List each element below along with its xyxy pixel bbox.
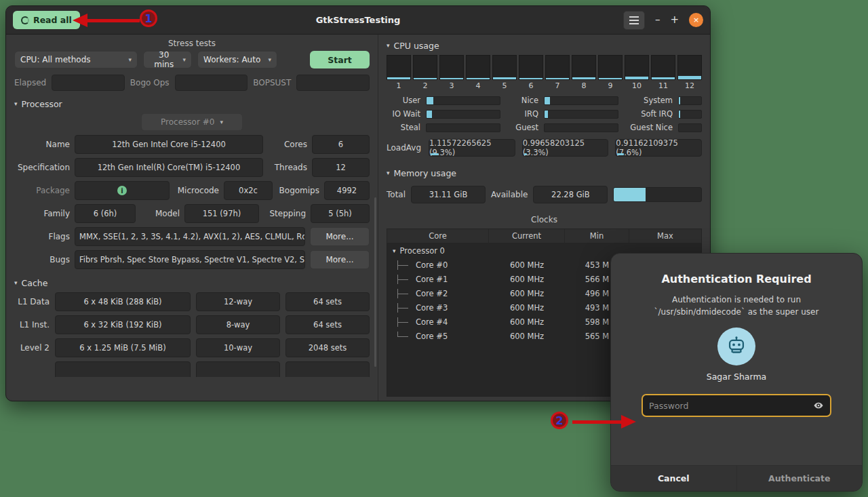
annotation-arrowhead-2 xyxy=(621,415,636,429)
bogomips-value: 4992 xyxy=(324,181,370,200)
left-panel: Stress tests CPU: All methods ▾ 30 mins … xyxy=(6,35,378,401)
maximize-button[interactable]: + xyxy=(670,15,679,25)
memory-usage-bar xyxy=(613,187,702,202)
cache-sets-value: 64 sets xyxy=(285,292,370,311)
memory-total-label: Total xyxy=(387,190,406,199)
cancel-button[interactable]: Cancel xyxy=(611,466,737,491)
clocks-col-min[interactable]: Min xyxy=(565,229,629,243)
cpu-core-number: 3 xyxy=(439,81,464,90)
cpu-core-number: 2 xyxy=(413,81,437,90)
microcode-value: 0x2c xyxy=(224,181,273,200)
core-name: Core #2 xyxy=(387,289,489,298)
cpu-core-number: 5 xyxy=(492,81,517,90)
window-controls: – + × xyxy=(623,11,703,30)
window-content: Stress tests CPU: All methods ▾ 30 mins … xyxy=(6,35,710,401)
cache-sets-value: 2048 sets xyxy=(285,338,370,357)
name-label: Name xyxy=(14,140,70,149)
processor-row-package: Package i Microcode 0x2c Bogomips 4992 xyxy=(14,181,370,200)
cache-ways-value: 12-way xyxy=(196,292,280,311)
core-name: Core #1 xyxy=(387,275,489,284)
processor-selector[interactable]: Processor #0 ▾ xyxy=(141,113,243,131)
clocks-col-max[interactable]: Max xyxy=(629,229,701,243)
cpu-core-meter: 6 xyxy=(519,55,543,90)
cache-sets-value xyxy=(285,361,370,377)
flags-more-button[interactable]: More... xyxy=(310,227,370,246)
processor-selector-value: Processor #0 xyxy=(161,117,214,127)
loadavg-15min-value: 0.91162109375 (7.6%) xyxy=(616,138,701,157)
clocks-col-core[interactable]: Core xyxy=(387,229,489,243)
loadavg-row: LoadAvg 1.11572265625 (9.3%) 0.996582031… xyxy=(387,139,702,157)
stat-bar xyxy=(426,96,500,105)
cache-expander[interactable]: ▾ Cache xyxy=(14,277,370,288)
cache-ways-value: 10-way xyxy=(196,338,280,357)
stat-bar xyxy=(678,110,702,119)
bugs-more-button[interactable]: More... xyxy=(310,250,370,269)
cpu-core-number: 10 xyxy=(625,81,649,90)
microcode-label: Microcode xyxy=(174,186,219,195)
stat-bar xyxy=(426,123,500,132)
stress-method-dropdown[interactable]: CPU: All methods ▾ xyxy=(14,51,138,68)
password-input[interactable] xyxy=(649,401,813,411)
authenticate-button[interactable]: Authenticate xyxy=(737,466,863,491)
clocks-col-current[interactable]: Current xyxy=(489,229,565,243)
cpu-core-number: 11 xyxy=(651,81,675,90)
annotation-arrow-1 xyxy=(87,19,140,22)
stat-label: Guest xyxy=(506,123,538,132)
stepping-value: 5 (5h) xyxy=(311,204,370,223)
menu-button[interactable] xyxy=(623,11,645,30)
cpu-core-meter: 2 xyxy=(413,55,437,90)
minimize-button[interactable]: – xyxy=(655,15,660,25)
expander-arrow-icon: ▾ xyxy=(14,279,18,286)
dialog-actions: Cancel Authenticate xyxy=(611,465,862,491)
start-button[interactable]: Start xyxy=(310,51,370,68)
name-value: 12th Gen Intel Core i5-12400 xyxy=(75,135,263,154)
stress-workers-dropdown[interactable]: Workers: Auto ▾ xyxy=(197,51,277,68)
bogo-ops-label: Bogo Ops xyxy=(130,78,170,87)
processor-expander[interactable]: ▾ Processor xyxy=(14,98,370,109)
clocks-table-header: Core Current Min Max xyxy=(387,228,702,243)
stress-method-value: CPU: All methods xyxy=(20,55,91,64)
cpu-usage-expander[interactable]: ▾ CPU usage xyxy=(387,40,702,51)
memory-available-label: Available xyxy=(491,190,528,199)
core-name: Core #4 xyxy=(387,317,489,327)
clocks-title: Clocks xyxy=(387,215,702,224)
refresh-icon xyxy=(21,16,29,24)
cpu-core-number: 7 xyxy=(545,81,570,90)
read-all-label: Read all xyxy=(33,15,72,25)
model-label: Model xyxy=(140,209,180,218)
info-icon: i xyxy=(117,186,127,195)
processor-row-bugs: Bugs Fibrs Pbrsh, Spec Store Bypass, Spe… xyxy=(14,250,370,269)
read-all-button[interactable]: Read all xyxy=(13,11,80,29)
stat-label: IRQ xyxy=(506,109,538,119)
memory-usage-expander[interactable]: ▾ Memory usage xyxy=(387,167,702,178)
core-name: Core #3 xyxy=(387,303,489,313)
cache-row: L1 Data 6 x 48 KiB (288 KiB) 12-way 64 s… xyxy=(14,292,370,311)
cpu-core-meter: 9 xyxy=(598,55,623,90)
loadavg-5min-value: 0.99658203125 (3.3%) xyxy=(523,138,608,157)
eye-icon[interactable] xyxy=(813,400,824,411)
stat-label: Nice xyxy=(506,96,538,105)
desktop-background: Read all GtkStressTesting – + × Stress t… xyxy=(0,0,868,497)
stat-label: System xyxy=(624,96,673,105)
stress-controls-row: CPU: All methods ▾ 30 mins ▾ Workers: Au… xyxy=(14,51,370,68)
cpu-core-number: 9 xyxy=(598,81,623,90)
cpu-usage-section-title: CPU usage xyxy=(394,41,439,51)
stress-duration-dropdown[interactable]: 30 mins ▾ xyxy=(143,51,192,68)
stress-duration-value: 30 mins xyxy=(149,50,178,69)
chevron-down-icon: ▾ xyxy=(128,56,132,63)
memory-row: Total 31.11 GiB Available 22.28 GiB xyxy=(387,185,702,204)
loadavg-15min: 0.91162109375 (7.6%) xyxy=(615,139,702,157)
cpu-core-meter: 1 xyxy=(387,55,411,90)
chevron-down-icon: ▾ xyxy=(220,119,223,125)
tree-expander-icon[interactable]: ▾ xyxy=(393,247,396,254)
close-button[interactable]: × xyxy=(689,13,703,27)
bogo-ops-field xyxy=(175,75,248,91)
stat-bar xyxy=(678,96,702,105)
threads-value: 12 xyxy=(312,158,370,177)
dialog-title: Authentication Required xyxy=(661,273,811,285)
stress-fields-row: Elapsed Bogo Ops BOPSUST xyxy=(14,74,370,92)
left-panel-scrollbar[interactable] xyxy=(374,197,376,367)
cache-size-value: 6 x 1.25 MiB (7.5 MiB) xyxy=(55,338,191,357)
stat-bar xyxy=(426,110,500,119)
password-field xyxy=(642,394,831,417)
